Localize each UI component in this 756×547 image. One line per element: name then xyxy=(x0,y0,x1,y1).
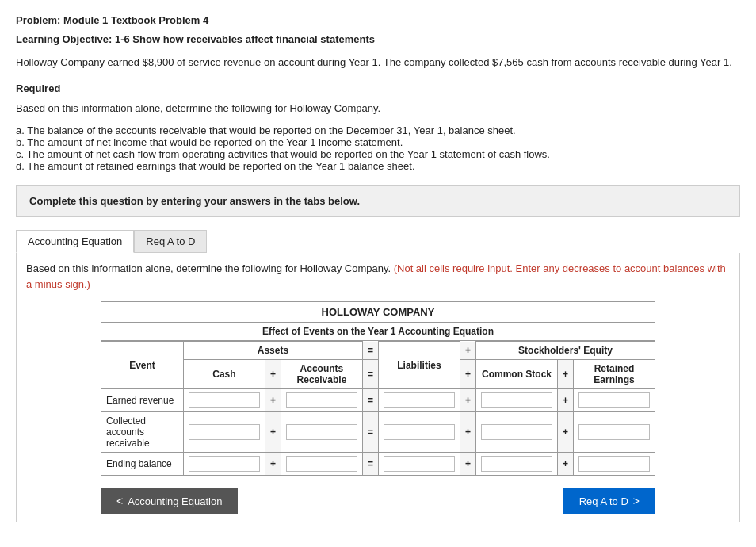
problem-items: a. The balance of the accounts receivabl… xyxy=(16,124,740,172)
tabs-row: Accounting Equation Req A to D xyxy=(16,230,740,253)
equals-sym-3: = xyxy=(362,453,378,476)
problem-header: Problem: Module 1 Textbook Problem 4 Lea… xyxy=(16,13,740,71)
collected-ar-liab-input[interactable] xyxy=(384,424,455,440)
equals-header: = xyxy=(362,342,378,360)
plus-sym-6: + xyxy=(557,412,573,453)
tab-accounting-equation[interactable]: Accounting Equation xyxy=(16,230,134,253)
tab-req-a-to-d[interactable]: Req A to D xyxy=(134,230,207,253)
required-desc: Based on this information alone, determi… xyxy=(16,101,740,117)
plus4-header: + xyxy=(557,360,573,389)
ending-balance-liab-input[interactable] xyxy=(384,456,455,472)
ending-balance-re-input[interactable] xyxy=(578,456,650,472)
ending-balance-row: Ending balance + = + xyxy=(101,453,655,476)
plus-sym-2: + xyxy=(460,389,475,412)
accounts-receivable-header: Accounts Receivable xyxy=(281,360,362,389)
ending-balance-ar-cell[interactable] xyxy=(281,453,362,476)
item-d: d. The amount of retained earnings that … xyxy=(16,160,740,172)
tab-content-area: Based on this information alone, determi… xyxy=(16,253,740,522)
next-button[interactable]: Req A to D > xyxy=(563,488,655,514)
required-label: Required xyxy=(16,82,60,94)
plus3-header: + xyxy=(460,360,475,389)
next-label: Req A to D xyxy=(579,495,628,507)
accounting-equation-table: Event Assets = Liabilities + xyxy=(101,341,655,476)
ending-balance-cash-input[interactable] xyxy=(189,456,260,472)
plus-sym-5: + xyxy=(460,412,475,453)
collected-ar-cash-cell[interactable] xyxy=(183,412,265,453)
problem-title-line2: Learning Objective: 1-6 Show how receiva… xyxy=(16,32,740,48)
collected-ar-cs-cell[interactable] xyxy=(475,412,557,453)
item-b: b. The amount of net income that would b… xyxy=(16,136,740,148)
collected-ar-re-cell[interactable] xyxy=(574,412,655,453)
collected-ar-row: Collected accounts receivable + = xyxy=(101,412,655,453)
earned-revenue-liab-input[interactable] xyxy=(384,392,455,408)
cash-header: Cash xyxy=(183,360,265,389)
back-button[interactable]: < Accounting Equation xyxy=(101,488,238,514)
earned-revenue-cs-cell[interactable] xyxy=(475,389,557,412)
effect-title: Effect of Events on the Year 1 Accountin… xyxy=(101,323,655,341)
earned-revenue-cash-input[interactable] xyxy=(189,392,260,408)
accounting-equation-table-section: HOLLOWAY COMPANY Effect of Events on the… xyxy=(26,301,730,514)
company-name: HOLLOWAY COMPANY xyxy=(101,302,655,323)
plus-sym-3: + xyxy=(557,389,573,412)
collected-ar-ar-cell[interactable] xyxy=(281,412,362,453)
earned-revenue-re-input[interactable] xyxy=(578,392,650,408)
equals2-header: = xyxy=(362,360,378,389)
problem-title-line1: Problem: Module 1 Textbook Problem 4 xyxy=(16,13,740,29)
collected-ar-re-input[interactable] xyxy=(578,424,650,440)
event-header: Event xyxy=(101,342,184,389)
earned-revenue-ar-cell[interactable] xyxy=(281,389,362,412)
nav-buttons: < Accounting Equation Req A to D > xyxy=(101,488,655,514)
earned-revenue-ar-input[interactable] xyxy=(286,392,357,408)
equals-sym-1: = xyxy=(362,389,378,412)
earned-revenue-cs-input[interactable] xyxy=(481,392,552,408)
plus-sym-4: + xyxy=(265,412,281,453)
ending-balance-cash-cell[interactable] xyxy=(183,453,265,476)
liabilities-header: Liabilities xyxy=(378,342,460,389)
collected-ar-ar-input[interactable] xyxy=(286,424,357,440)
equals-sym-2: = xyxy=(362,412,378,453)
collected-ar-liab-cell[interactable] xyxy=(378,412,460,453)
instruction-box: Complete this question by entering your … xyxy=(16,185,740,217)
ending-balance-cs-input[interactable] xyxy=(481,456,552,472)
ending-balance-re-cell[interactable] xyxy=(574,453,655,476)
ending-balance-ar-input[interactable] xyxy=(286,456,357,472)
earned-revenue-re-cell[interactable] xyxy=(574,389,655,412)
earned-revenue-liab-cell[interactable] xyxy=(378,389,460,412)
ending-balance-label: Ending balance xyxy=(101,453,184,476)
item-a: a. The balance of the accounts receivabl… xyxy=(16,124,740,136)
earned-revenue-row: Earned revenue + = + xyxy=(101,389,655,412)
required-section: Required Based on this information alone… xyxy=(16,81,740,117)
assets-header: Assets xyxy=(183,342,362,360)
plus-sym-7: + xyxy=(265,453,281,476)
ending-balance-cs-cell[interactable] xyxy=(475,453,557,476)
next-chevron: > xyxy=(633,495,640,507)
plus-sym-1: + xyxy=(265,389,281,412)
back-label: Accounting Equation xyxy=(128,495,222,507)
earned-revenue-cash-cell[interactable] xyxy=(183,389,265,412)
plus2-header: + xyxy=(265,360,281,389)
plus-sym-9: + xyxy=(557,453,573,476)
ending-balance-liab-cell[interactable] xyxy=(378,453,460,476)
collected-ar-label: Collected accounts receivable xyxy=(101,412,184,453)
earned-revenue-label: Earned revenue xyxy=(101,389,184,412)
item-c: c. The amount of net cash flow from oper… xyxy=(16,148,740,160)
plus1-header: + xyxy=(460,342,475,360)
collected-ar-cs-input[interactable] xyxy=(481,424,552,440)
retained-earnings-header: Retained Earnings xyxy=(574,360,655,389)
tab-description: Based on this information alone, determi… xyxy=(26,261,730,292)
common-stock-header: Common Stock xyxy=(475,360,557,389)
plus-sym-8: + xyxy=(460,453,475,476)
collected-ar-cash-input[interactable] xyxy=(189,424,260,440)
back-chevron: < xyxy=(116,495,123,507)
equity-header: Stockholders' Equity xyxy=(475,342,655,360)
problem-intro: Holloway Company earned $8,900 of servic… xyxy=(16,55,740,71)
tabs-container: Accounting Equation Req A to D Based on … xyxy=(16,230,740,522)
